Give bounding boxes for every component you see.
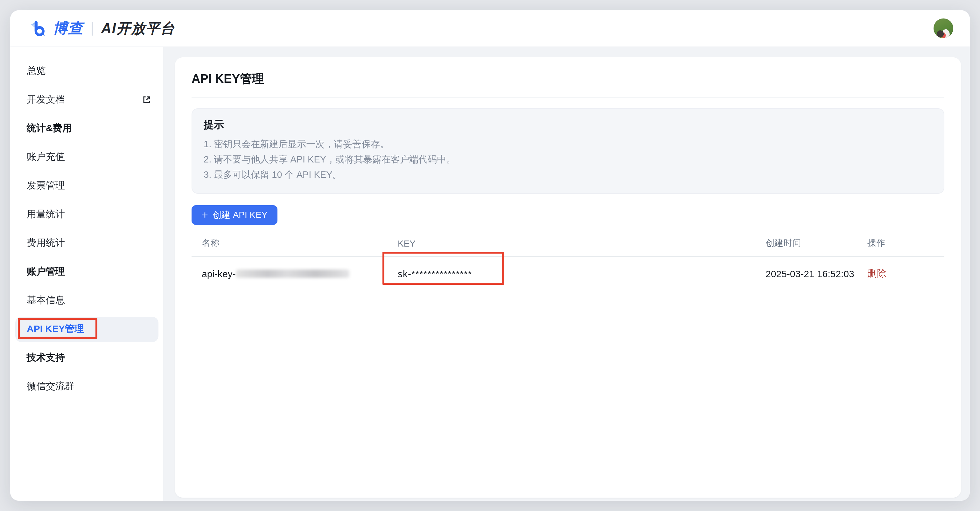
sidebar-section-label: 技术支持 — [27, 352, 65, 364]
plus-icon: + — [202, 209, 208, 220]
sidebar-item-invoices[interactable]: 发票管理 — [10, 171, 163, 200]
platform-title: AI开放平台 — [101, 19, 175, 38]
bocha-logo-icon — [29, 19, 48, 38]
sidebar-item-cost-stats[interactable]: 费用统计 — [10, 229, 163, 257]
sidebar-nav: 总览 开发文档 统计&费用 账户充值 — [10, 47, 164, 501]
create-api-key-button[interactable]: + 创建 API KEY — [191, 205, 278, 225]
notice-line: 3. 最多可以保留 10 个 API KEY。 — [204, 167, 932, 182]
external-link-icon — [142, 95, 151, 104]
table-key-cell: sk-*************** — [398, 268, 765, 279]
brand-divider — [92, 21, 93, 35]
title-divider — [191, 97, 944, 98]
sidebar-item-label: 费用统计 — [27, 237, 65, 249]
user-avatar[interactable] — [934, 19, 953, 38]
sidebar-item-label: API KEY管理 — [27, 323, 84, 335]
column-header-name: 名称 — [202, 237, 398, 249]
app-root: 博查 AI开放平台 总览 开发文档 — [0, 0, 980, 511]
table-row: api-key- sk-*************** 2025-03-21 1… — [191, 257, 944, 290]
sidebar-item-label: 微信交流群 — [27, 380, 75, 393]
sidebar-section-account: 账户管理 — [10, 257, 163, 286]
top-header: 博查 AI开放平台 — [10, 10, 970, 47]
column-header-key: KEY — [398, 238, 765, 248]
notice-title: 提示 — [204, 118, 932, 132]
column-header-actions: 操作 — [867, 237, 934, 249]
sidebar-item-docs[interactable]: 开发文档 — [10, 85, 163, 114]
main-area: API KEY管理 提示 1. 密钥只会在新建后显示一次，请妥善保存。 2. 请… — [164, 47, 970, 501]
sidebar-section-label: 统计&费用 — [27, 122, 72, 134]
brand-logo: 博查 AI开放平台 — [29, 19, 175, 38]
sidebar-item-api-key[interactable]: API KEY管理 — [10, 315, 163, 343]
actions-cell: 删除 — [867, 267, 934, 279]
redacted-name-blur — [236, 269, 350, 278]
app-window: 博查 AI开放平台 总览 开发文档 — [10, 10, 970, 501]
sidebar-section-label: 账户管理 — [27, 266, 65, 278]
masked-key-value: sk-*************** — [398, 268, 472, 279]
created-at-cell: 2025-03-21 16:52:03 — [765, 268, 867, 279]
sidebar-item-label: 基本信息 — [27, 294, 65, 307]
key-name-prefix: api-key- — [202, 268, 236, 279]
page-title: API KEY管理 — [191, 71, 944, 87]
sidebar-section-support: 技术支持 — [10, 343, 163, 372]
key-name-cell: api-key- — [202, 268, 398, 279]
sidebar-item-overview[interactable]: 总览 — [10, 57, 163, 85]
api-key-table: 名称 KEY 创建时间 操作 api-key- — [191, 230, 944, 290]
brand-name: 博查 — [53, 19, 83, 38]
sidebar-item-basic-info[interactable]: 基本信息 — [10, 286, 163, 315]
table-header-row: 名称 KEY 创建时间 操作 — [191, 230, 944, 256]
sidebar-item-label: 开发文档 — [27, 94, 65, 106]
column-header-created: 创建时间 — [765, 237, 867, 249]
sidebar-active-pill[interactable]: API KEY管理 — [15, 316, 159, 342]
content-card: API KEY管理 提示 1. 密钥只会在新建后显示一次，请妥善保存。 2. 请… — [175, 57, 961, 498]
sidebar-section-stats-fees: 统计&费用 — [10, 114, 163, 143]
delete-key-link[interactable]: 删除 — [867, 267, 886, 278]
notice-box: 提示 1. 密钥只会在新建后显示一次，请妥善保存。 2. 请不要与他人共享 AP… — [191, 108, 944, 194]
sidebar-item-label: 用量统计 — [27, 208, 65, 220]
create-api-key-label: 创建 API KEY — [213, 209, 267, 221]
notice-line: 1. 密钥只会在新建后显示一次，请妥善保存。 — [204, 136, 932, 152]
sidebar-item-recharge[interactable]: 账户充值 — [10, 143, 163, 171]
sidebar-item-label: 总览 — [27, 65, 46, 77]
sidebar-item-wechat-group[interactable]: 微信交流群 — [10, 372, 163, 401]
notice-line: 2. 请不要与他人共享 API KEY，或将其暴露在客户端代码中。 — [204, 152, 932, 167]
body-layout: 总览 开发文档 统计&费用 账户充值 — [10, 47, 970, 501]
sidebar-item-usage-stats[interactable]: 用量统计 — [10, 200, 163, 229]
sidebar-item-label: 账户充值 — [27, 151, 65, 163]
sidebar-item-label: 发票管理 — [27, 180, 65, 192]
